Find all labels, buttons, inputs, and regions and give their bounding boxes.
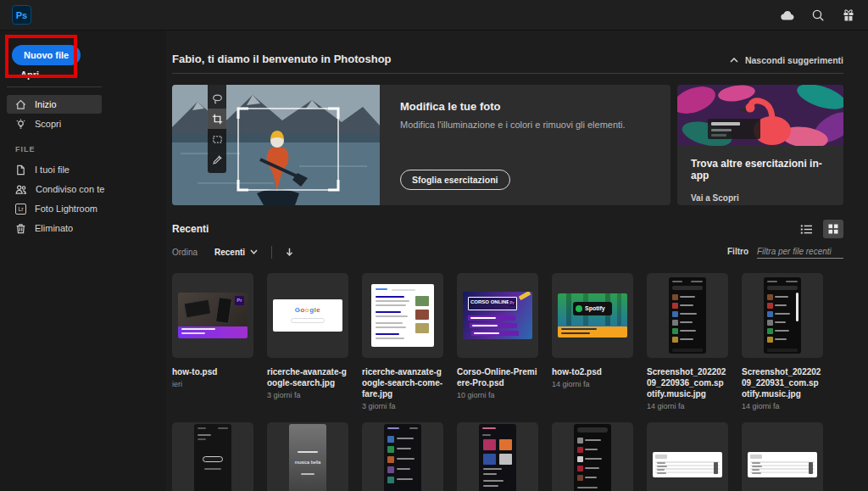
sidebar-item-label: I tuoi file (35, 165, 70, 175)
suggestion-cards: Modifica le tue foto Modifica l'illumina… (172, 85, 843, 205)
sort-select[interactable]: Recenti (214, 248, 258, 257)
file-name: how-to2.psd (552, 366, 633, 377)
recent-file[interactable]: Google ricerche-avanzate-google-search.j… (267, 273, 348, 410)
thumbnail-phone-music-grid (479, 424, 516, 491)
hero-subtitle: Modifica l'illuminazione e i colori e ri… (400, 120, 626, 130)
thumbnail-google-results (371, 284, 434, 347)
recents-header: Recenti (172, 220, 843, 238)
sort-group: Ordina Recenti (172, 246, 293, 259)
search-icon[interactable] (810, 8, 826, 23)
recent-file-tile[interactable] (172, 422, 253, 491)
sort-separator (271, 246, 272, 259)
recent-file[interactable]: Pr how-to.psdieri (172, 273, 253, 410)
main-content: Fabio, ti diamo il benvenuto in Photosho… (166, 31, 868, 491)
welcome-title: Fabio, ti diamo il benvenuto in Photosho… (172, 53, 392, 65)
thumbnail-white-table (748, 452, 817, 477)
hero-image-canoe (172, 85, 380, 205)
recent-file-tile[interactable] (742, 422, 823, 491)
recent-file-tile[interactable] (457, 422, 538, 491)
recent-file-tile[interactable]: Google (267, 273, 348, 358)
recent-file-tile[interactable]: Pr (172, 273, 253, 358)
file-name: how-to.psd (172, 366, 253, 377)
hide-suggestions-button[interactable]: Nascondi suggerimenti (730, 55, 843, 65)
filter-label: Filtro (727, 247, 748, 256)
recent-file[interactable]: Screenshot_20220209_220931_com.spotify.m… (742, 273, 823, 410)
recent-file-tile[interactable]: CORSO ONLINE Pr (457, 273, 538, 358)
thumbnail-phone-dark-button (194, 424, 231, 491)
eyedropper-icon[interactable] (208, 149, 226, 170)
cloud-icon[interactable] (780, 8, 795, 23)
sidebar-item-scopri[interactable]: Scopri (7, 114, 159, 133)
lasso-icon[interactable] (208, 88, 226, 109)
sidebar-item-i-tuoi-file[interactable]: I tuoi file (7, 160, 159, 179)
crop-icon[interactable] (208, 109, 226, 129)
thumbnail-corso-online: CORSO ONLINE Pr (463, 292, 532, 339)
recent-file[interactable]: ricerche-avanzate-google-search-come-far… (362, 273, 443, 410)
photoshop-logo[interactable]: Ps (12, 5, 31, 25)
recent-file[interactable] (552, 422, 633, 491)
recent-file-tile[interactable] (647, 422, 728, 491)
hero-text: Modifica le tue foto Modifica l'illumina… (380, 85, 646, 205)
people-icon (15, 184, 27, 195)
go-to-discover-link[interactable]: Vai a Scopri (677, 181, 843, 203)
recent-file[interactable]: Spotify how-to2.psd14 giorni fa (552, 273, 633, 410)
lightbulb-icon (15, 119, 26, 130)
sidebar-item-inizio[interactable]: Inizio (7, 95, 102, 114)
recent-file[interactable] (362, 422, 443, 491)
gift-icon[interactable] (841, 8, 856, 23)
chevron-down-icon (250, 249, 258, 254)
sidebar-divider (7, 86, 102, 87)
thumbnail-google-home: Google (273, 299, 342, 332)
sidebar-item-eliminato[interactable]: Eliminato (7, 219, 159, 237)
list-view-icon[interactable] (796, 220, 816, 238)
topbar-icons (780, 8, 856, 23)
filter-input[interactable] (757, 245, 843, 259)
hide-suggestions-label: Nascondi suggerimenti (745, 55, 843, 65)
recent-file[interactable]: musica bella (267, 422, 348, 491)
recent-file[interactable] (457, 422, 538, 491)
thumbnail-phone-list (669, 277, 706, 354)
recent-file[interactable]: Screenshot_20220209_220936_com.spotify.m… (647, 273, 728, 410)
trash-icon (15, 223, 26, 234)
thumbnail-phone-gradient-text: musica bella (289, 424, 326, 491)
sidebar-section-file: FILE (15, 145, 159, 153)
thumbnail-phone-music-list (384, 424, 421, 491)
recent-file-tile[interactable] (362, 273, 443, 358)
hero-title: Modifica le tue foto (400, 100, 626, 113)
flamingo-image (677, 85, 843, 146)
file-date: 14 giorni fa (647, 402, 728, 410)
file-name: Screenshot_20220209_220936_com.spotify.m… (647, 366, 728, 399)
new-file-button[interactable]: Nuovo file (12, 45, 81, 65)
recent-file[interactable]: CORSO ONLINE Pr Corso-Online-Premiere-Pr… (457, 273, 538, 410)
sidebar-item-label: Inizio (35, 99, 57, 109)
recent-file-tile[interactable] (552, 422, 633, 491)
recents-title: Recenti (172, 223, 209, 235)
recent-file-tile[interactable] (362, 422, 443, 491)
recent-file[interactable] (172, 422, 253, 491)
open-button[interactable]: Apri (20, 70, 39, 80)
sort-direction-icon[interactable] (286, 248, 293, 257)
recent-file-tile[interactable] (647, 273, 728, 358)
recent-files-row-2: musica bella (172, 422, 843, 491)
home-icon (15, 99, 26, 110)
sidebar-item-label: Foto Lightroom (35, 204, 97, 214)
file-date: 3 giorni fa (362, 402, 443, 410)
recent-file-tile[interactable]: Spotify (552, 273, 633, 358)
grid-view-icon[interactable] (823, 220, 843, 238)
sidebar-item-foto-lightroom[interactable]: Lr Foto Lightroom (7, 199, 159, 218)
recent-files-row-1: Pr how-to.psdieri Google ricerche-avanza… (172, 273, 843, 410)
marquee-icon[interactable] (208, 129, 226, 149)
chevron-up-icon (730, 58, 738, 63)
recent-file-tile[interactable] (742, 273, 823, 358)
browse-tutorials-button[interactable]: Sfoglia esercitazioni (400, 170, 510, 190)
hero-card-modifica-foto[interactable]: Modifica le tue foto Modifica l'illumina… (172, 85, 670, 205)
view-toggle (796, 220, 843, 238)
sidebar-item-condiviso-con-te[interactable]: Condiviso con te (7, 180, 159, 198)
recent-file[interactable] (647, 422, 728, 491)
recent-file[interactable] (742, 422, 823, 491)
sidebar-item-label: Condiviso con te (36, 184, 104, 194)
recent-file-tile[interactable]: musica bella (267, 422, 348, 491)
side-card-esercitazioni[interactable]: Trova altre esercitazioni in-app Vai a S… (677, 85, 843, 205)
welcome-row: Fabio, ti diamo il benvenuto in Photosho… (172, 31, 843, 74)
canoe-lake-photo (172, 85, 380, 205)
